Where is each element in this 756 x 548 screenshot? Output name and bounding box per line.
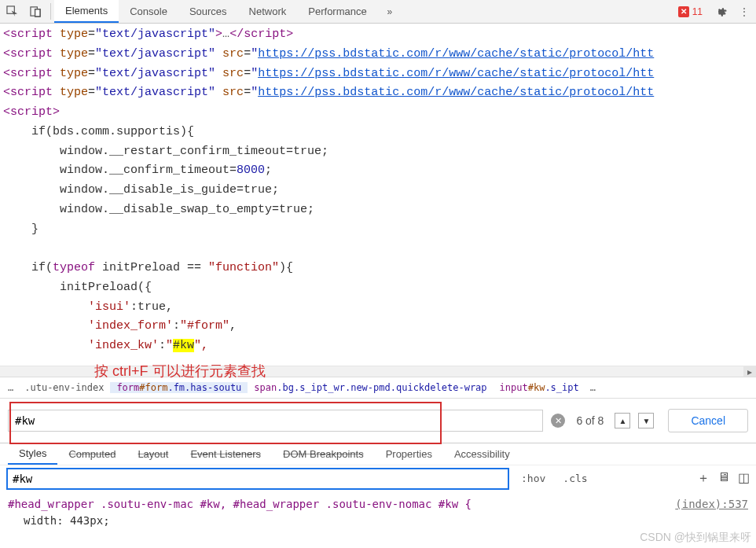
inspect-icon[interactable] [0,0,24,23]
breadcrumb-item-0[interactable]: .utu-env-index [18,382,110,393]
subtab-dom-breakpoints[interactable]: DOM Breakpoints [272,443,375,465]
styles-subtabs: Styles Computed Layout Event Listeners D… [0,443,756,465]
find-cancel-button[interactable]: Cancel [668,409,748,432]
error-count-badge[interactable]: ✕ 11 [672,0,709,23]
watermark-text: CSDN @快到锅里来呀 [640,531,751,545]
main-tabs: Elements Console Sources Network Perform… [54,0,672,23]
hov-toggle-button[interactable]: :hov [516,470,551,487]
elements-code-panel[interactable]: <script type="text/javascript">…</script… [0,24,756,366]
styles-filter-row: :hov .cls ＋ 🖥 ◫ [0,465,756,491]
breadcrumb-item-2[interactable]: span.bg.s_ipt_wr.new-pmd.quickdelete-wra… [248,382,493,393]
horizontal-scrollbar[interactable]: ▸ [0,366,756,377]
find-next-icon[interactable]: ▼ [638,413,654,428]
error-icon: ✕ [678,6,689,17]
kebab-menu-icon[interactable]: ⋮ [732,0,756,23]
settings-icon[interactable] [709,0,732,23]
device-toggle-icon[interactable] [24,0,47,23]
tab-console[interactable]: Console [119,0,178,23]
styles-filter-input[interactable] [6,468,509,490]
css-rule-block[interactable]: #head_wrapper .soutu-env-mac #kw, #head_… [0,491,756,534]
tab-performance[interactable]: Performance [297,0,377,23]
breadcrumb-item-1[interactable]: form#form.fm.has-soutu [110,382,248,393]
more-tabs-icon[interactable]: » [378,0,402,23]
find-prev-icon[interactable]: ▲ [615,413,630,428]
find-bar: ✕ 6 of 8 ▲ ▼ Cancel [0,399,756,443]
error-count: 11 [692,6,703,17]
breadcrumb-item-3[interactable]: input#kw.s_ipt [494,382,585,393]
dom-breadcrumb: … .utu-env-index form#form.fm.has-soutu … [0,377,756,399]
find-input[interactable] [8,410,543,432]
new-style-rule-icon[interactable]: ＋ [697,470,710,487]
subtab-styles[interactable]: Styles [8,443,57,465]
css-source-link[interactable]: (index):537 [675,496,748,513]
tab-sources[interactable]: Sources [178,0,238,23]
sidebar-toggle-icon[interactable]: ◫ [738,470,750,487]
subtab-layout[interactable]: Layout [127,443,179,465]
tab-network[interactable]: Network [238,0,298,23]
cls-toggle-button[interactable]: .cls [557,470,593,487]
subtab-event-listeners[interactable]: Event Listeners [179,443,272,465]
scroll-right-icon[interactable]: ▸ [743,366,756,377]
subtab-computed[interactable]: Computed [57,443,127,465]
subtab-properties[interactable]: Properties [375,443,443,465]
breadcrumb-overflow-left[interactable]: … [3,382,18,393]
subtab-accessibility[interactable]: Accessibility [443,443,521,465]
breadcrumb-overflow-right[interactable]: … [585,382,600,393]
clear-search-icon[interactable]: ✕ [551,414,565,428]
svg-rect-2 [35,9,40,17]
find-count: 6 of 8 [573,414,607,427]
tab-elements[interactable]: Elements [54,0,119,23]
computed-styles-icon[interactable]: 🖥 [717,470,730,487]
